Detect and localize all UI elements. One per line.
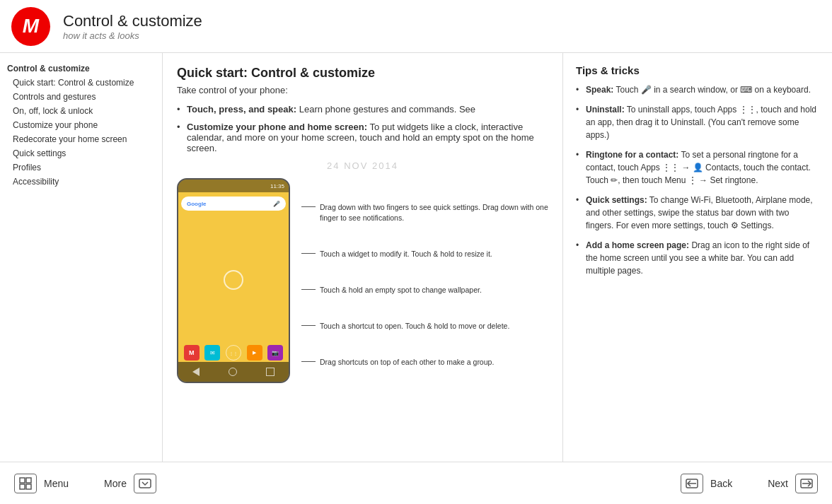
callout-text-4: Touch a shortcut to open. Touch & hold t… [320, 321, 509, 332]
callout-lines: Drag down with two fingers to see quick … [301, 178, 548, 383]
tip-2-bold: Uninstall: [586, 105, 625, 115]
more-label: More [104, 478, 127, 489]
section-subtitle: Take control of your phone: [177, 85, 548, 95]
phone-app-dots: ⋮⋮ [226, 345, 241, 361]
callout-text-3: Touch & hold an empty spot to change wal… [320, 285, 482, 295]
middle-panel: Quick start: Control & customize Take co… [163, 53, 563, 462]
tip-5-bold: Add a home screen page: [586, 240, 689, 250]
motorola-logo: M [11, 7, 50, 46]
mic-icon: 🎤 [273, 201, 280, 207]
header: M Control & customize how it acts & look… [0, 0, 832, 53]
tip-4: Quick settings: To change Wi-Fi, Bluetoo… [576, 194, 819, 232]
tip-5: Add a home screen page: Drag an icon to … [576, 239, 819, 277]
next-label: Next [768, 478, 788, 489]
bullet-2: Customize your phone and home screen: To… [177, 122, 548, 153]
next-icon [795, 474, 818, 493]
bullet-1: Touch, press, and speak: Learn phone ges… [177, 104, 548, 115]
sidebar-item-profiles[interactable]: Profiles [0, 160, 162, 175]
phone-app-camera: 📷 [267, 345, 283, 361]
sidebar-item-customize-phone[interactable]: Customize your phone [0, 118, 162, 132]
sidebar-item-redecorate[interactable]: Redecorate your home screen [0, 132, 162, 146]
date-watermark: 24 NOV 2014 [177, 160, 548, 171]
callout-line-2 [301, 253, 316, 254]
tip-4-bold: Quick settings: [586, 195, 647, 205]
content-area: Quick start: Control & customize Take co… [163, 53, 832, 462]
bullet-1-text: Learn phone gestures and commands. See [299, 104, 475, 115]
sidebar: Control & customize Quick start: Control… [0, 53, 163, 462]
footer: Menu More Back Next [0, 462, 832, 504]
sidebar-item-quick-settings[interactable]: Quick settings [0, 146, 162, 160]
callout-text-5: Drag shortcuts on top of each other to m… [320, 357, 494, 368]
phone-status-bar: 11:35 [178, 180, 289, 192]
phone-circle-button [224, 270, 243, 290]
phone-diagram: 11:35 Google 🎤 M ✉ ⋮⋮ [177, 178, 548, 383]
back-button[interactable]: Back [674, 469, 739, 498]
svg-rect-3 [26, 484, 31, 489]
phone-time: 11:35 [270, 183, 284, 189]
phone-app-store: ▶ [247, 345, 262, 361]
callout-item-5: Drag shortcuts on top of each other to m… [301, 357, 548, 368]
callout-text-1: Drag down with two fingers to see quick … [320, 202, 548, 223]
section-title: Quick start: Control & customize [177, 66, 548, 81]
more-icon [134, 474, 156, 493]
header-text: Control & customize how it acts & looks [63, 12, 202, 41]
next-button[interactable]: Next [761, 469, 825, 498]
tip-1-bold: Speak: [586, 85, 613, 95]
right-panel: Tips & tricks Speak: Touch 🎤 in a search… [563, 53, 832, 462]
phone-google-bar: Google 🎤 [181, 197, 286, 211]
phone-app-messenger: ✉ [204, 345, 220, 361]
bullet-1-bold: Touch, press, and speak: [187, 104, 296, 115]
back-label: Back [710, 478, 732, 489]
callout-item-1: Drag down with two fingers to see quick … [301, 202, 548, 223]
sidebar-item-controls-gestures[interactable]: Controls and gestures [0, 90, 162, 104]
bullets-list: Touch, press, and speak: Learn phone ges… [177, 104, 548, 153]
sidebar-item-control-customize[interactable]: Control & customize [0, 61, 162, 76]
tips-list: Speak: Touch 🎤 in a search window, or ⌨ … [576, 83, 819, 277]
callout-line-4 [301, 325, 316, 326]
tips-heading: Tips & tricks [576, 64, 819, 76]
phone-recents-nav [266, 368, 275, 376]
phone-nav-bar [178, 362, 289, 382]
sidebar-item-quick-start[interactable]: Quick start: Control & customize [0, 76, 162, 90]
more-button[interactable]: More [97, 469, 163, 498]
tip-3: Ringtone for a contact: To set a persona… [576, 148, 819, 187]
phone-mockup: 11:35 Google 🎤 M ✉ ⋮⋮ [177, 178, 290, 383]
svg-rect-1 [26, 478, 31, 483]
callout-line-3 [301, 289, 316, 290]
sidebar-item-accessibility[interactable]: Accessibility [0, 175, 162, 189]
sidebar-item-on-off-lock[interactable]: On, off, lock & unlock [0, 104, 162, 118]
menu-icon [14, 474, 37, 493]
callout-line-1 [301, 206, 316, 207]
phone-back-nav [192, 368, 200, 376]
tip-3-bold: Ringtone for a contact: [586, 150, 678, 160]
callout-line-5 [301, 361, 316, 362]
logo-m: M [23, 15, 39, 37]
svg-rect-4 [139, 479, 151, 488]
bullet-2-bold: Customize your phone and home screen: [187, 122, 367, 132]
callout-item-2: Touch a widget to modify it. Touch & hol… [301, 249, 548, 259]
phone-home-nav [229, 368, 237, 376]
callout-item-3: Touch & hold an empty spot to change wal… [301, 285, 548, 295]
tip-1-text: Touch 🎤 in a search window, or ⌨ on a ke… [616, 85, 810, 95]
phone-bottom-icons: M ✉ ⋮⋮ ▶ 📷 [178, 345, 289, 361]
svg-rect-2 [20, 484, 25, 489]
menu-label: Menu [44, 478, 69, 489]
main-container: Control & customize Quick start: Control… [0, 53, 832, 462]
phone-screen: Google 🎤 [178, 197, 289, 363]
page-subtitle: how it acts & looks [63, 30, 202, 41]
tip-2: Uninstall: To uninstall apps, touch Apps… [576, 103, 819, 141]
callout-item-4: Touch a shortcut to open. Touch & hold t… [301, 321, 548, 332]
svg-rect-0 [20, 478, 25, 483]
page-title: Control & customize [63, 12, 202, 30]
phone-app-gmail: M [184, 345, 200, 361]
google-text: Google [187, 201, 207, 207]
menu-button[interactable]: Menu [7, 469, 76, 498]
back-icon [681, 474, 703, 493]
tip-1: Speak: Touch 🎤 in a search window, or ⌨ … [576, 83, 819, 96]
callout-text-2: Touch a widget to modify it. Touch & hol… [320, 249, 492, 259]
